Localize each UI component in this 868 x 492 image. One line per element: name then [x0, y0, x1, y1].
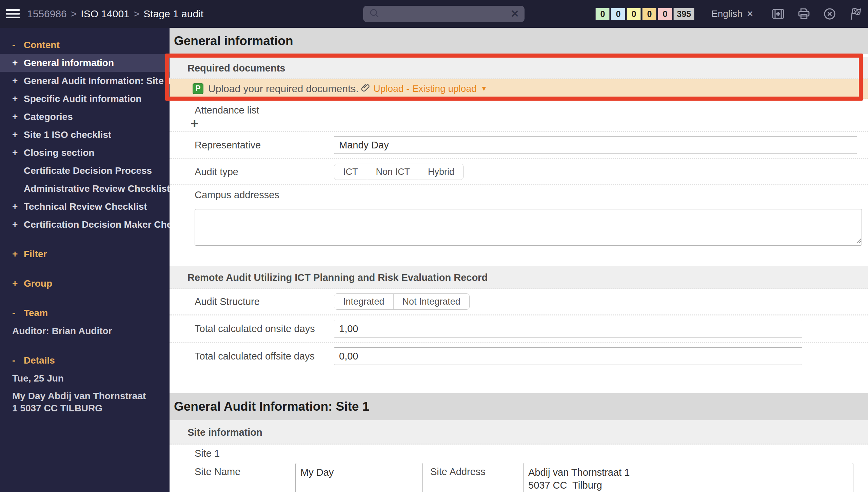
breadcrumb-record-id[interactable]: 1556986: [27, 8, 67, 20]
audit-structure-label: Audit Structure: [170, 296, 334, 307]
language-label: English: [711, 8, 743, 19]
audit-structure-option-integrated[interactable]: Integrated: [334, 294, 393, 309]
add-attendee-button[interactable]: +: [191, 117, 198, 130]
sidebar-item-closing-section[interactable]: + Closing section: [0, 144, 170, 162]
menu-icon[interactable]: [6, 9, 21, 19]
site-address-label: Site Address: [423, 463, 523, 477]
expand-sign: +: [12, 129, 24, 140]
campus-addresses-label: Campus addresses: [170, 189, 868, 205]
close-circle-icon[interactable]: [823, 7, 837, 21]
status-badge-amber[interactable]: 0: [642, 8, 656, 20]
offsite-days-label: Total calculated offsite days: [170, 351, 334, 362]
onsite-days-input[interactable]: [334, 320, 802, 337]
campus-addresses-textarea[interactable]: [195, 209, 862, 246]
remote-audit-header: Remote Audit Utilizing ICT Planning and …: [170, 266, 868, 289]
audit-type-label: Audit type: [170, 166, 334, 178]
campus-addresses-block: Campus addresses: [170, 184, 868, 251]
audit-type-row: Audit type ICT Non ICT Hybrid: [170, 158, 868, 184]
sidebar-group-filter[interactable]: + Filter: [0, 245, 170, 263]
status-badge-blue[interactable]: 0: [611, 8, 625, 20]
topbar: 1556986 > ISO 14001 > Stage 1 audit ✕ 0 …: [0, 0, 868, 28]
audit-structure-segmented: Integrated Not Integrated: [334, 293, 470, 310]
status-badge-pink[interactable]: 0: [658, 8, 672, 20]
breadcrumb-separator: >: [71, 8, 77, 20]
breadcrumb: 1556986 > ISO 14001 > Stage 1 audit: [27, 0, 203, 28]
expand-sign: +: [12, 278, 24, 289]
status-badge-yellow[interactable]: 0: [627, 8, 641, 20]
site-fields-row: Site Name My Day Site Address Abdij van …: [170, 463, 868, 492]
status-badge-total[interactable]: 395: [673, 8, 694, 20]
sidebar: - Content + General information + Genera…: [0, 28, 170, 492]
representative-input[interactable]: [334, 136, 857, 154]
site-name-label: Site Name: [170, 463, 295, 477]
search-icon: [369, 7, 380, 20]
offsite-days-input[interactable]: [334, 347, 802, 365]
sidebar-item-site-1-iso-checklist[interactable]: + Site 1 ISO checklist: [0, 126, 170, 144]
status-badge-green[interactable]: 0: [595, 8, 610, 20]
expand-sign: +: [12, 201, 24, 212]
expand-sign: +: [12, 147, 24, 158]
site-name-textarea[interactable]: My Day: [295, 463, 423, 492]
upload-required-documents-row: P Upload your required documents. Upload…: [170, 79, 868, 99]
audit-structure-option-not-integrated[interactable]: Not Integrated: [393, 294, 469, 309]
main-content: General information Required documents P…: [170, 28, 868, 492]
attendance-list-label: Attendance list: [195, 105, 259, 116]
breadcrumb-program[interactable]: ISO 14001: [81, 8, 129, 20]
required-documents-section: Required documents P Upload your require…: [170, 54, 868, 99]
breadcrumb-separator: >: [134, 8, 140, 20]
collapse-sign: -: [12, 308, 24, 319]
expand-sign: +: [12, 249, 24, 260]
caret-down-icon[interactable]: ▼: [481, 85, 488, 93]
attendance-list-row: Attendance list: [170, 100, 868, 116]
breadcrumb-page: Stage 1 audit: [143, 8, 203, 20]
sidebar-item-categories[interactable]: + Categories: [0, 108, 170, 126]
finish-flag-icon[interactable]: [848, 6, 863, 21]
sidebar-item-certification-decision-maker-checklist[interactable]: + Certification Decision Maker Checkl…: [0, 216, 170, 233]
offsite-days-row: Total calculated offsite days: [170, 342, 868, 369]
sidebar-item-general-information[interactable]: + General information: [0, 54, 170, 72]
priority-p-icon: P: [193, 83, 203, 94]
sidebar-group-details[interactable]: - Details: [0, 351, 170, 369]
audit-type-option-ict[interactable]: ICT: [334, 164, 367, 180]
details-address: My Day Abdij van Thornstraat 1 5037 CC T…: [0, 387, 170, 414]
representative-row: Representative: [170, 131, 868, 158]
audit-type-segmented: ICT Non ICT Hybrid: [334, 164, 463, 180]
language-selector[interactable]: English ✕: [711, 8, 753, 19]
search-input[interactable]: [383, 8, 507, 19]
audit-type-option-hybrid[interactable]: Hybrid: [419, 164, 463, 180]
upload-link[interactable]: Upload: [374, 83, 404, 94]
sidebar-item-administrative-review-checklist[interactable]: Administrative Review Checklist: [0, 180, 170, 198]
sidebar-group-group[interactable]: + Group: [0, 274, 170, 292]
page-title: General information: [170, 28, 868, 54]
audit-type-option-non-ict[interactable]: Non ICT: [367, 164, 419, 180]
expand-sign: +: [12, 94, 24, 104]
existing-upload-link[interactable]: Existing upload: [412, 83, 477, 94]
site-1-row: Site 1: [170, 446, 868, 461]
audit-structure-row: Audit Structure Integrated Not Integrate…: [170, 289, 868, 314]
search-box[interactable]: ✕: [363, 6, 525, 22]
sidebar-item-technical-review-checklist[interactable]: + Technical Review Checklist: [0, 198, 170, 216]
sidebar-item-general-audit-information-site-1[interactable]: + General Audit Information: Site 1: [0, 72, 170, 90]
print-icon[interactable]: [797, 7, 811, 21]
site-information-header: Site information: [170, 420, 868, 445]
representative-label: Representative: [170, 140, 334, 151]
sidebar-item-specific-audit-information[interactable]: + Specific Audit information: [0, 90, 170, 108]
collapse-sign: -: [12, 40, 24, 50]
add-binder-icon[interactable]: [771, 7, 785, 21]
attendance-add-row: +: [170, 116, 868, 131]
expand-sign: +: [12, 111, 24, 122]
expand-sign: +: [12, 76, 24, 86]
sidebar-group-team[interactable]: - Team: [0, 304, 170, 322]
search-clear-icon[interactable]: ✕: [511, 9, 519, 19]
site-address-textarea[interactable]: Abdij van Thornstraat 1 5037 CC Tilburg …: [523, 463, 853, 492]
topbar-icons: [771, 6, 863, 21]
topbar-right: 0 0 0 0 0 395 English ✕: [595, 0, 863, 28]
required-documents-header: Required documents: [170, 57, 868, 79]
sidebar-group-content[interactable]: - Content: [0, 36, 170, 54]
expand-sign: +: [12, 219, 24, 230]
sidebar-item-certificate-decision-process[interactable]: Certificate Decision Process: [0, 162, 170, 180]
expand-sign: +: [12, 58, 24, 68]
onsite-days-row: Total calculated onsite days: [170, 314, 868, 342]
details-date: Tue, 25 Jun: [0, 369, 170, 387]
language-close-icon[interactable]: ✕: [747, 9, 753, 19]
